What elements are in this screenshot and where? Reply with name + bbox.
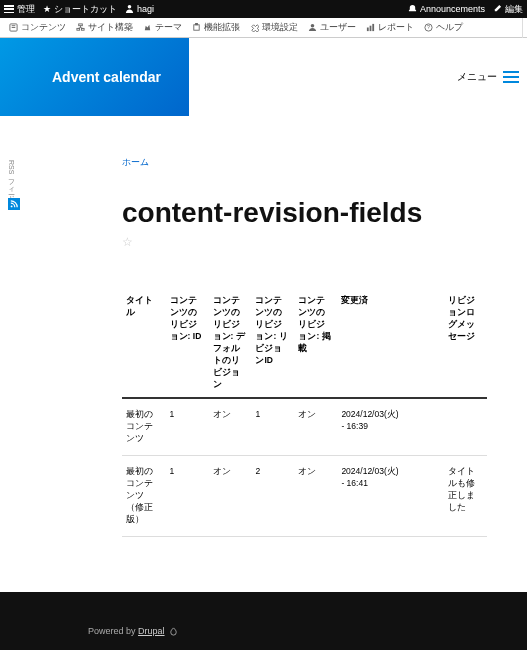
- svg-rect-5: [77, 28, 80, 30]
- user-link[interactable]: hagi: [125, 4, 154, 15]
- th-rev-rid: コンテンツのリビジョン: リビジョンID: [251, 289, 294, 398]
- th-spacer: [403, 289, 445, 398]
- menu-help[interactable]: ? ヘルプ: [419, 22, 468, 34]
- cell-rev_id: 1: [166, 456, 209, 537]
- powered-by-text: Powered by: [88, 626, 138, 636]
- svg-rect-4: [79, 24, 83, 26]
- table-row: 最初のコンテンツ（修正版）1オン2オン2024/12/03(火) - 16:41…: [122, 456, 487, 537]
- manage-toggle[interactable]: 管理: [4, 3, 35, 16]
- page-title: content-revision-fields: [122, 197, 487, 229]
- svg-rect-13: [367, 28, 369, 32]
- menu-structure[interactable]: サイト構築: [71, 22, 138, 34]
- svg-point-18: [11, 205, 13, 207]
- cell-rev_pub: オン: [294, 456, 337, 537]
- menu-content[interactable]: コンテンツ: [4, 22, 71, 34]
- cell-title: 最初のコンテンツ（修正版）: [122, 456, 166, 537]
- svg-text:?: ?: [427, 24, 430, 30]
- table-row: 最初のコンテンツ1オン1オン2024/12/03(火) - 16:39: [122, 398, 487, 456]
- cell-rev_id: 1: [166, 398, 209, 456]
- announcements-link[interactable]: Announcements: [408, 4, 485, 15]
- svg-rect-11: [196, 23, 198, 25]
- menu-separator: [522, 18, 523, 38]
- svg-point-0: [128, 4, 132, 8]
- menu-theme[interactable]: テーマ: [138, 22, 187, 34]
- menu-content-label: コンテンツ: [21, 22, 66, 34]
- svg-rect-15: [372, 24, 374, 31]
- svg-rect-6: [81, 28, 84, 30]
- menu-extend[interactable]: 機能拡張: [187, 22, 245, 34]
- cell-log: タイトルも修正しました: [444, 456, 487, 537]
- menu-users-label: ユーザー: [320, 22, 356, 34]
- announcements-label: Announcements: [420, 4, 485, 14]
- th-changed: 変更済: [337, 289, 402, 398]
- cell-log: [444, 398, 487, 456]
- shortcut-label: ショートカット: [54, 3, 117, 16]
- menu-extend-label: 機能拡張: [204, 22, 240, 34]
- cell-title: 最初のコンテンツ: [122, 398, 166, 456]
- pencil-icon: [493, 4, 502, 15]
- cell-rev_default: オン: [209, 398, 252, 456]
- breadcrumb-home[interactable]: ホーム: [122, 156, 487, 169]
- cell-changed: 2024/12/03(火) - 16:41: [337, 456, 402, 537]
- menu-reports[interactable]: レポート: [361, 22, 419, 34]
- user-icon: [125, 4, 134, 15]
- site-title: Advent calendar: [52, 69, 161, 85]
- menu-toggle-icon[interactable]: [503, 71, 519, 83]
- favorite-star-icon[interactable]: ☆: [122, 235, 133, 249]
- menu-config-label: 環境設定: [262, 22, 298, 34]
- drupal-link[interactable]: Drupal: [138, 626, 165, 636]
- site-branding[interactable]: Advent calendar: [0, 38, 189, 116]
- svg-point-12: [311, 24, 315, 28]
- cell-spacer: [403, 456, 445, 537]
- svg-rect-10: [194, 25, 199, 30]
- menu-users[interactable]: ユーザー: [303, 22, 361, 34]
- user-label: hagi: [137, 4, 154, 14]
- cell-rev_default: オン: [209, 456, 252, 537]
- shortcut-link[interactable]: ★ ショートカット: [43, 3, 117, 16]
- svg-rect-14: [370, 26, 372, 31]
- bell-icon: [408, 4, 417, 15]
- svg-line-9: [81, 28, 83, 29]
- menu-toggle-label: メニュー: [457, 70, 497, 84]
- main-content: ホーム content-revision-fields ☆ タイトル コンテンツ…: [122, 156, 487, 537]
- menu-structure-label: サイト構築: [88, 22, 133, 34]
- edit-link[interactable]: 編集: [493, 3, 523, 16]
- site-header: Advent calendar メニュー: [0, 38, 527, 116]
- th-title: タイトル: [122, 289, 166, 398]
- site-footer: Powered by Drupal: [0, 592, 527, 650]
- admin-toolbar: 管理 ★ ショートカット hagi Announcements 編集: [0, 0, 527, 18]
- menu-reports-label: レポート: [378, 22, 414, 34]
- th-rev-id: コンテンツのリビジョン: ID: [166, 289, 209, 398]
- rss-icon[interactable]: [8, 198, 20, 210]
- admin-menu: コンテンツ サイト構築 テーマ 機能拡張 環境設定 ユーザー レポート ? ヘル…: [0, 18, 527, 38]
- revisions-table: タイトル コンテンツのリビジョン: ID コンテンツのリビジョン: デフォルトの…: [122, 289, 487, 537]
- th-log: リビジョンログメッセージ: [444, 289, 487, 398]
- manage-label: 管理: [17, 3, 35, 16]
- th-rev-pub: コンテンツのリビジョン: 掲載: [294, 289, 337, 398]
- cell-spacer: [403, 398, 445, 456]
- cell-rev_rid: 1: [251, 398, 294, 456]
- th-rev-default: コンテンツのリビジョン: デフォルトのリビジョン: [209, 289, 252, 398]
- rss-label: RSSフィード: [6, 160, 16, 198]
- star-icon: ★: [43, 4, 51, 14]
- hamburger-icon: [4, 5, 14, 13]
- svg-line-8: [78, 28, 80, 29]
- drupal-icon: [169, 627, 178, 636]
- menu-theme-label: テーマ: [155, 22, 182, 34]
- cell-rev_pub: オン: [294, 398, 337, 456]
- menu-help-label: ヘルプ: [436, 22, 463, 34]
- table-header-row: タイトル コンテンツのリビジョン: ID コンテンツのリビジョン: デフォルトの…: [122, 289, 487, 398]
- menu-config[interactable]: 環境設定: [245, 22, 303, 34]
- edit-label: 編集: [505, 3, 523, 16]
- cell-changed: 2024/12/03(火) - 16:39: [337, 398, 402, 456]
- cell-rev_rid: 2: [251, 456, 294, 537]
